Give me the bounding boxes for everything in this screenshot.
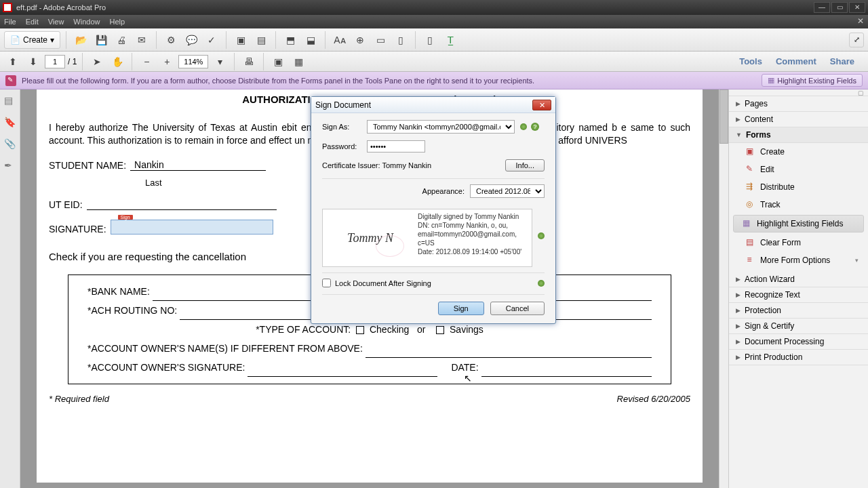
forms-section[interactable]: ▼Forms	[729, 127, 868, 143]
dropdown-icon: ▾	[855, 257, 859, 264]
required-note: * Required field	[49, 394, 109, 404]
email-icon[interactable]: ✉	[133, 31, 151, 49]
select-tool-icon[interactable]: ➤	[88, 53, 106, 70]
highlight-fields-button[interactable]: Highlight Existing Fields	[762, 74, 863, 87]
help-icon[interactable]: ?	[531, 123, 539, 131]
chevron-right-icon: ▶	[736, 323, 741, 329]
tool-icon[interactable]: ▭	[372, 31, 389, 49]
sign-button[interactable]: Sign	[438, 302, 484, 315]
scrollbar-thumb[interactable]	[719, 89, 728, 144]
hand-tool-icon[interactable]: ✋	[108, 53, 126, 70]
cancel-button[interactable]: Cancel	[490, 302, 545, 315]
menu-view[interactable]: View	[48, 18, 64, 26]
zoom-out-icon[interactable]: −	[138, 53, 155, 70]
tab-comment[interactable]: Comment	[776, 56, 816, 66]
forms-clear[interactable]: ▤Clear Form	[729, 234, 868, 251]
owner-name-label: *ACCOUNT OWNER'S NAME(S) IF DIFFERENT FR…	[87, 339, 363, 358]
minimize-button[interactable]: —	[814, 2, 830, 13]
owner-name-field[interactable]	[366, 339, 652, 358]
savings-checkbox[interactable]	[436, 326, 444, 334]
zoom-dropdown-icon[interactable]: ▾	[211, 53, 229, 70]
create-button[interactable]: 📄 Create ▾	[4, 31, 60, 49]
tab-share[interactable]: Share	[830, 56, 854, 66]
forms-track[interactable]: ◎Track	[729, 196, 868, 214]
highlight-icon[interactable]: ✓	[203, 31, 220, 49]
save-icon[interactable]: 💾	[92, 31, 110, 49]
bookmarks-rail-icon[interactable]: 🔖	[4, 117, 16, 129]
gear-icon[interactable]: ⚙	[162, 31, 180, 49]
text-size-icon[interactable]: Aᴀ	[331, 31, 349, 49]
tool-icon[interactable]: ⊕	[351, 31, 369, 49]
highlight-fields-label: Highlight Existing Fields	[777, 77, 856, 85]
recognize-text-section[interactable]: ▶Recognize Text	[729, 287, 868, 303]
checking-checkbox[interactable]	[356, 326, 364, 334]
menu-window[interactable]: Window	[73, 18, 100, 26]
tab-tools[interactable]: Tools	[739, 56, 762, 66]
tool-icon[interactable]: 🖶	[240, 53, 258, 70]
forms-distribute[interactable]: ⇶Distribute	[729, 178, 868, 196]
menu-file[interactable]: File	[4, 18, 16, 26]
signature-field[interactable]: Sign	[111, 220, 273, 235]
info-button[interactable]: Info...	[505, 159, 545, 171]
print-icon[interactable]: 🖨	[113, 31, 130, 49]
sign-as-select[interactable]: Tommy Nankin <tommyn2000@gmail.com>	[367, 120, 515, 134]
pane-options[interactable]: ▢	[729, 89, 868, 96]
maximize-button[interactable]: ▭	[831, 2, 848, 13]
attachments-rail-icon[interactable]: 📎	[4, 138, 16, 150]
signatures-rail-icon[interactable]: ✒	[4, 160, 16, 172]
zoom-in-icon[interactable]: +	[158, 53, 176, 70]
tool-icon[interactable]: ▯	[392, 31, 410, 49]
sign-as-label: Sign As:	[322, 123, 367, 131]
comment-icon[interactable]: 💬	[182, 31, 200, 49]
pages-rail-icon[interactable]: ▤	[4, 95, 16, 107]
separator	[325, 31, 326, 49]
forms-edit[interactable]: ✎Edit	[729, 161, 868, 178]
date-field[interactable]	[481, 358, 652, 377]
tool-icon[interactable]: ▤	[252, 31, 270, 49]
doc-footer: * Required field Revised 6/20/2005	[49, 394, 690, 404]
password-input[interactable]	[367, 140, 425, 152]
print-production-section[interactable]: ▶Print Production	[729, 350, 868, 365]
or-label: or	[417, 324, 425, 335]
appearance-select[interactable]: Created 2012.08.09	[470, 184, 545, 198]
page-up-icon[interactable]: ⬆	[4, 53, 22, 70]
tool-icon[interactable]: ▯	[421, 31, 439, 49]
lock-checkbox[interactable]	[322, 279, 331, 287]
forms-more-options[interactable]: ≡More Form Options▾	[729, 251, 868, 269]
page-down-icon[interactable]: ⬇	[24, 53, 42, 70]
pages-section[interactable]: ▶Pages	[729, 96, 868, 112]
dialog-close-button[interactable]: ✕	[532, 100, 551, 110]
savings-label: Savings	[450, 324, 484, 335]
tool-icon[interactable]: ▦	[290, 53, 307, 70]
separator	[415, 31, 416, 49]
close-doc-button[interactable]: ✕	[857, 16, 864, 26]
open-icon[interactable]: 📂	[72, 31, 90, 49]
owner-sig-field[interactable]	[248, 358, 437, 377]
tool-icon[interactable]: ▣	[269, 53, 287, 70]
create-label: Create	[23, 35, 47, 45]
vertical-scrollbar[interactable]	[719, 89, 728, 488]
expand-icon[interactable]: ⤢	[849, 33, 864, 47]
insert-text-icon[interactable]: T̲	[441, 31, 459, 49]
menu-edit[interactable]: Edit	[26, 18, 39, 26]
zoom-input[interactable]	[178, 55, 208, 68]
menu-help[interactable]: Help	[109, 18, 125, 26]
sign-tag: Sign	[118, 215, 133, 220]
protection-section[interactable]: ▶Protection	[729, 303, 868, 319]
doc-processing-section[interactable]: ▶Document Processing	[729, 334, 868, 350]
page-number-input[interactable]	[45, 55, 65, 68]
tool-icon[interactable]: ▣	[232, 31, 250, 49]
tool-icon[interactable]: ⬒	[281, 31, 299, 49]
separator	[226, 31, 226, 49]
page-total: / 1	[68, 57, 77, 66]
content-section[interactable]: ▶Content	[729, 112, 868, 127]
forms-highlight-fields[interactable]: ▦Highlight Existing Fields	[733, 215, 864, 232]
forms-create[interactable]: ▣Create	[729, 143, 868, 161]
action-wizard-section[interactable]: ▶Action Wizard	[729, 272, 868, 287]
sign-as-row: Sign As: Tommy Nankin <tommyn2000@gmail.…	[322, 120, 545, 134]
close-window-button[interactable]: ✕	[849, 2, 865, 13]
tool-icon[interactable]: ⬓	[302, 31, 319, 49]
right-tabs: Tools Comment Share	[739, 56, 864, 66]
sign-certify-section[interactable]: ▶Sign & Certify	[729, 319, 868, 334]
account-type-label: *TYPE OF ACCOUNT:	[256, 324, 351, 335]
